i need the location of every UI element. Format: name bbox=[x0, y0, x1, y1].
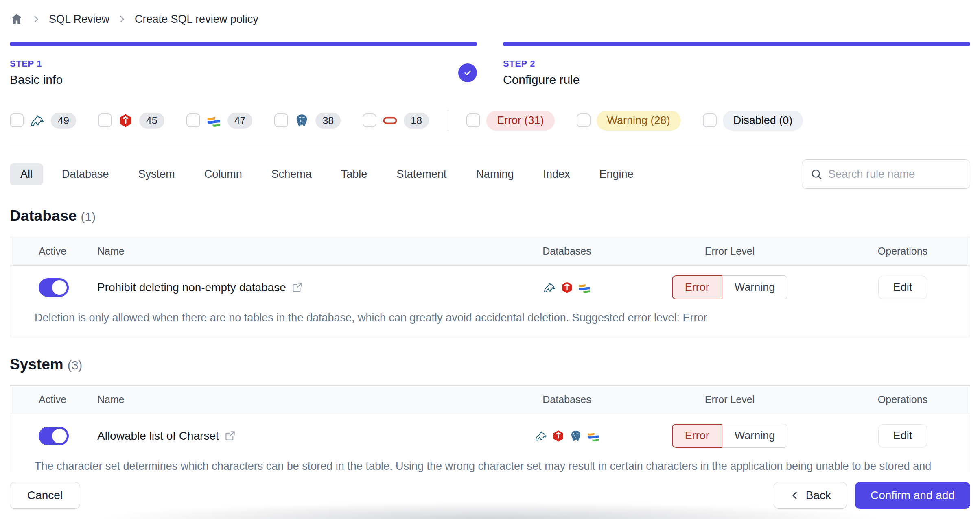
rule-name: Allowable list of Charset bbox=[88, 430, 510, 443]
rule-databases bbox=[510, 430, 624, 443]
cancel-button[interactable]: Cancel bbox=[10, 482, 80, 509]
search-input[interactable] bbox=[828, 168, 962, 181]
rule-name-text: Allowable list of Charset bbox=[97, 430, 219, 443]
table-row: Allowable list of Charset Error Warning … bbox=[10, 414, 970, 451]
oracle-rule-count: 18 bbox=[404, 113, 429, 129]
postgres-filter-checkbox[interactable] bbox=[274, 113, 288, 127]
breadcrumb-sql-review[interactable]: SQL Review bbox=[49, 13, 109, 26]
step-2: STEP 2 Configure rule bbox=[503, 42, 970, 87]
disabled-filter-checkbox[interactable] bbox=[703, 113, 717, 127]
postgres-icon bbox=[569, 430, 582, 443]
section-title-system: System(3) bbox=[10, 356, 970, 373]
column-header-error-level: Error Level bbox=[624, 245, 836, 257]
edit-button[interactable]: Edit bbox=[878, 424, 928, 447]
tab-table[interactable]: Table bbox=[330, 163, 378, 185]
tab-index[interactable]: Index bbox=[532, 163, 580, 185]
search-box bbox=[802, 159, 970, 189]
tab-engine[interactable]: Engine bbox=[588, 163, 644, 185]
warning-count-pill[interactable]: Warning (28) bbox=[597, 111, 681, 131]
breadcrumb: SQL Review Create SQL review policy bbox=[10, 0, 970, 28]
tidb-rule-count: 45 bbox=[139, 113, 164, 129]
search-icon bbox=[810, 168, 822, 180]
oracle-filter-checkbox[interactable] bbox=[363, 113, 376, 127]
rule-description: Deletion is only allowed when there are … bbox=[10, 303, 970, 337]
tidb-icon bbox=[118, 113, 133, 128]
warning-filter-checkbox[interactable] bbox=[577, 113, 591, 127]
tab-schema[interactable]: Schema bbox=[261, 163, 322, 185]
section-title-database: Database(1) bbox=[10, 207, 970, 225]
mysql-filter-checkbox[interactable] bbox=[10, 113, 24, 127]
error-level-button[interactable]: Error bbox=[672, 424, 722, 448]
tidb-icon bbox=[560, 281, 573, 294]
filter-engine-tidb: 45 bbox=[98, 113, 164, 129]
tab-all[interactable]: All bbox=[10, 163, 43, 185]
section-database-label: Database bbox=[10, 207, 77, 224]
oceanbase-filter-checkbox[interactable] bbox=[186, 113, 200, 127]
column-header-name: Name bbox=[88, 394, 510, 406]
warning-level-button[interactable]: Warning bbox=[722, 424, 788, 448]
filter-level-error: Error (31) bbox=[466, 111, 555, 131]
step-2-title: Configure rule bbox=[503, 73, 580, 87]
step-2-progress-bar bbox=[503, 42, 970, 46]
mysql-icon bbox=[30, 113, 45, 128]
footer-action-bar: Cancel Back Confirm and add bbox=[0, 472, 980, 519]
rule-name-text: Prohibit deleting non-empty database bbox=[97, 281, 286, 294]
chevron-right-icon bbox=[117, 14, 127, 24]
tab-naming[interactable]: Naming bbox=[465, 163, 524, 185]
step-1-title: Basic info bbox=[10, 73, 63, 87]
step-2-label: STEP 2 bbox=[503, 59, 580, 69]
column-header-operations: Operations bbox=[836, 245, 970, 257]
oceanbase-icon bbox=[206, 113, 221, 128]
column-header-operations: Operations bbox=[836, 394, 970, 406]
step-1-label: STEP 1 bbox=[10, 59, 63, 69]
toggle-knob bbox=[52, 429, 67, 443]
active-toggle[interactable] bbox=[39, 278, 69, 297]
error-level-selector: Error Warning bbox=[624, 275, 836, 299]
tidb-icon bbox=[552, 430, 565, 443]
step-1: STEP 1 Basic info bbox=[10, 42, 477, 87]
error-level-button[interactable]: Error bbox=[672, 275, 722, 299]
edit-button[interactable]: Edit bbox=[878, 276, 928, 299]
oceanbase-icon bbox=[587, 430, 600, 443]
tidb-filter-checkbox[interactable] bbox=[98, 113, 112, 127]
breadcrumb-current: Create SQL review policy bbox=[135, 13, 258, 26]
column-header-active: Active bbox=[10, 394, 88, 406]
oceanbase-icon bbox=[578, 281, 591, 294]
column-header-databases: Databases bbox=[510, 394, 624, 406]
oceanbase-rule-count: 47 bbox=[228, 113, 253, 129]
database-rules-table: Active Name Databases Error Level Operat… bbox=[10, 237, 970, 337]
error-count-pill[interactable]: Error (31) bbox=[486, 111, 555, 131]
tab-database[interactable]: Database bbox=[51, 163, 120, 185]
filter-engine-mysql: 49 bbox=[10, 113, 76, 129]
toggle-knob bbox=[52, 280, 67, 295]
mysql-icon bbox=[543, 281, 556, 294]
tab-column[interactable]: Column bbox=[194, 163, 253, 185]
filter-divider bbox=[448, 110, 448, 131]
home-icon[interactable] bbox=[10, 12, 24, 26]
external-link-icon[interactable] bbox=[292, 282, 303, 293]
section-system-label: System bbox=[10, 356, 63, 373]
external-link-icon[interactable] bbox=[225, 430, 236, 441]
error-filter-checkbox[interactable] bbox=[466, 113, 480, 127]
table-row: Prohibit deleting non-empty database Err… bbox=[10, 266, 970, 303]
tab-statement[interactable]: Statement bbox=[386, 163, 457, 185]
category-tabs: All Database System Column Schema Table … bbox=[10, 163, 644, 185]
tab-system[interactable]: System bbox=[128, 163, 186, 185]
warning-level-button[interactable]: Warning bbox=[722, 275, 788, 299]
section-system-count: (3) bbox=[68, 358, 83, 372]
active-toggle[interactable] bbox=[39, 427, 69, 445]
confirm-and-add-button[interactable]: Confirm and add bbox=[855, 482, 970, 509]
back-button-label: Back bbox=[806, 489, 831, 502]
category-tabs-row: All Database System Column Schema Table … bbox=[10, 159, 970, 189]
back-button[interactable]: Back bbox=[774, 482, 847, 509]
postgres-rule-count: 38 bbox=[315, 113, 341, 129]
filter-level-warning: Warning (28) bbox=[577, 111, 681, 131]
table-header: Active Name Databases Error Level Operat… bbox=[10, 386, 970, 414]
section-database-count: (1) bbox=[81, 210, 96, 223]
rule-databases bbox=[510, 281, 624, 294]
disabled-count-pill[interactable]: Disabled (0) bbox=[723, 111, 803, 131]
filter-level-disabled: Disabled (0) bbox=[703, 111, 803, 131]
column-header-name: Name bbox=[88, 245, 510, 257]
step-indicator: STEP 1 Basic info STEP 2 Configure rule bbox=[10, 42, 970, 87]
filter-engine-postgres: 38 bbox=[274, 113, 341, 129]
